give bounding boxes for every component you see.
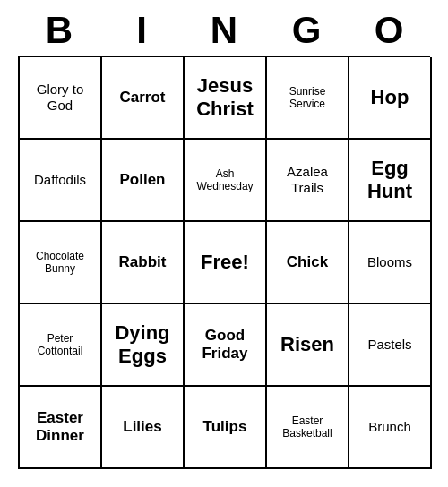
cell-text: Glory to God: [23, 81, 97, 114]
bingo-cell: Glory to God: [20, 57, 102, 140]
cell-text: Pollen: [119, 171, 165, 189]
bingo-cell: Daffodils: [20, 140, 102, 222]
bingo-letter: O: [349, 9, 428, 52]
cell-text: Easter Basketball: [271, 414, 344, 440]
bingo-cell: Pastels: [349, 304, 432, 387]
cell-text: Easter Dinner: [23, 409, 97, 446]
cell-text: Peter Cottontail: [23, 332, 97, 358]
cell-text: Daffodils: [34, 172, 86, 188]
bingo-cell: Pollen: [102, 140, 185, 222]
cell-text: Good Friday: [188, 327, 262, 363]
cell-text: Tulips: [203, 418, 247, 436]
cell-text: Brunch: [368, 419, 411, 435]
cell-text: Jesus Christ: [188, 74, 262, 122]
bingo-cell: Tulips: [185, 387, 267, 469]
bingo-cell: Hop: [349, 57, 432, 140]
bingo-cell: Risen: [267, 304, 349, 387]
bingo-cell: Chick: [267, 222, 349, 304]
cell-text: Chick: [287, 253, 328, 271]
bingo-header: BINGO: [18, 9, 430, 52]
cell-text: Pastels: [367, 337, 411, 353]
bingo-cell: Egg Hunt: [349, 140, 432, 222]
bingo-letter: B: [20, 9, 99, 52]
cell-text: Azalea Trails: [271, 164, 344, 196]
bingo-grid: Glory to GodCarrotJesus ChristSunrise Se…: [18, 56, 430, 469]
bingo-cell: Azalea Trails: [267, 140, 349, 222]
cell-text: Risen: [280, 333, 334, 356]
bingo-cell: Blooms: [349, 222, 432, 304]
cell-text: Blooms: [367, 254, 412, 270]
bingo-letter: G: [267, 9, 346, 52]
bingo-cell: Easter Basketball: [267, 387, 349, 469]
cell-text: Free!: [201, 251, 249, 274]
cell-text: Egg Hunt: [353, 157, 426, 204]
bingo-cell: Good Friday: [185, 304, 267, 387]
cell-text: Carrot: [119, 89, 165, 107]
cell-text: Sunrise Service: [271, 85, 344, 111]
bingo-cell: Peter Cottontail: [20, 304, 102, 387]
cell-text: Chocolate Bunny: [23, 250, 97, 276]
cell-text: Ash Wednesday: [188, 167, 262, 193]
bingo-cell: Dying Eggs: [102, 304, 185, 387]
bingo-cell: Brunch: [349, 387, 432, 469]
cell-text: Dying Eggs: [106, 321, 179, 369]
bingo-cell: Free!: [185, 222, 267, 304]
bingo-letter: I: [102, 9, 181, 52]
bingo-cell: Easter Dinner: [20, 387, 102, 469]
bingo-cell: Rabbit: [102, 222, 185, 304]
bingo-cell: Lilies: [102, 387, 185, 469]
cell-text: Hop: [371, 86, 409, 109]
bingo-cell: Chocolate Bunny: [20, 222, 102, 304]
bingo-cell: Ash Wednesday: [185, 140, 267, 222]
bingo-letter: N: [185, 9, 263, 52]
cell-text: Lilies: [123, 418, 161, 436]
bingo-cell: Jesus Christ: [185, 57, 267, 140]
cell-text: Rabbit: [119, 253, 167, 271]
bingo-cell: Carrot: [102, 57, 185, 140]
bingo-cell: Sunrise Service: [267, 57, 349, 140]
